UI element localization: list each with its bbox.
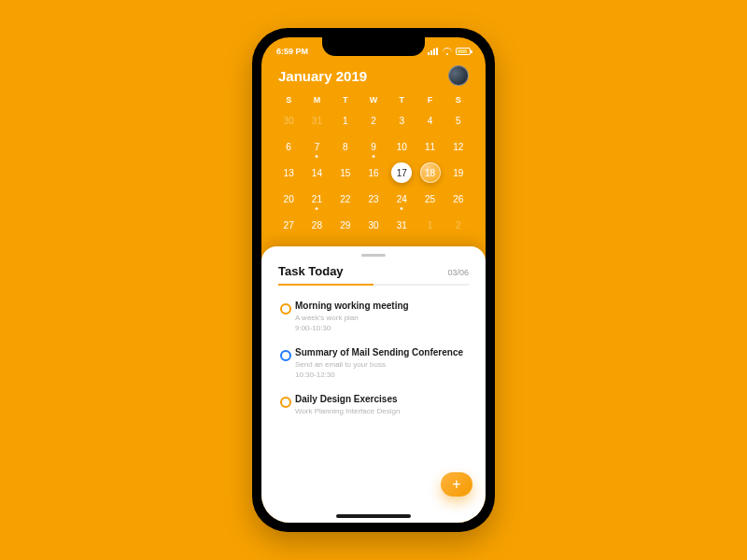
home-indicator[interactable] [336,514,411,518]
calendar-day[interactable]: 16 [359,161,388,185]
calendar-day[interactable]: 2 [359,108,388,133]
calendar-week: 20212223242526 [275,187,472,211]
screen: 6:59 PM January 2019 SMTWTFS 30311234567… [261,37,486,523]
calendar-day[interactable]: 30 [275,108,303,133]
task-title: Summary of Mail Sending Conference [295,347,469,357]
calendar-dow: S [275,95,303,105]
calendar-day[interactable]: 25 [416,187,444,211]
plus-icon: + [452,477,460,492]
calendar-dow: F [416,95,444,105]
calendar-day[interactable]: 5 [444,108,472,133]
progress-bar [278,284,469,286]
calendar-day[interactable]: 15 [331,161,359,185]
task-sheet: Task Today 03/06 Morning working meeting… [261,246,486,523]
calendar-dow: T [331,95,359,105]
page-title: January 2019 [278,68,367,84]
calendar-day[interactable]: 7 [303,134,331,159]
calendar-day[interactable]: 17 [391,162,412,183]
status-right [428,48,471,55]
calendar-dow: T [388,95,416,105]
progress-fill [278,284,374,286]
calendar-day[interactable]: 21 [303,187,331,211]
calendar: SMTWTFS 30311234567891011121314151617181… [261,86,486,237]
wifi-icon [443,48,452,55]
sheet-count: 03/06 [447,268,469,277]
calendar-day[interactable]: 31 [303,108,331,133]
avatar[interactable] [448,65,469,86]
calendar-day[interactable]: 30 [359,213,388,237]
calendar-day[interactable]: 2 [444,213,472,237]
calendar-day[interactable]: 19 [444,161,472,185]
calendar-day[interactable]: 28 [303,213,331,237]
status-time: 6:59 PM [276,47,308,56]
task-item[interactable]: Daily Design ExercisesWork Planning Inte… [278,388,469,427]
calendar-day[interactable]: 31 [388,213,416,237]
calendar-day[interactable]: 8 [331,134,359,159]
calendar-week: 303112345 [275,108,472,133]
calendar-day[interactable]: 13 [275,161,303,185]
add-task-button[interactable]: + [441,472,472,497]
calendar-week: 272829303112 [275,213,472,237]
calendar-day[interactable]: 24 [388,187,416,211]
task-subtitle: Work Planning Interface Design [295,407,469,415]
calendar-week: 6789101112 [275,134,472,159]
event-dot-icon [401,207,403,210]
event-dot-icon [316,155,318,158]
task-time: 9:00-10:30 [295,324,469,332]
task-title: Daily Design Exercises [295,394,469,404]
calendar-dow: M [303,95,331,105]
calendar-day[interactable]: 6 [275,134,303,159]
sheet-header: Task Today 03/06 [261,264,486,284]
calendar-day[interactable]: 10 [388,134,416,159]
calendar-day[interactable]: 9 [359,134,388,159]
sheet-title: Task Today [278,264,344,278]
calendar-day[interactable]: 14 [303,161,331,185]
calendar-weeks: 3031123456789101112131415161718192021222… [275,108,472,237]
calendar-day[interactable]: 18 [420,162,441,183]
signal-icon [428,48,439,55]
calendar-day[interactable]: 1 [416,213,444,237]
calendar-dow: W [359,95,388,105]
sheet-grab-handle[interactable] [361,254,386,257]
calendar-day[interactable]: 4 [416,108,444,133]
calendar-dow-row: SMTWTFS [275,95,472,105]
calendar-day[interactable]: 29 [331,213,359,237]
task-title: Morning working meeting [295,301,469,311]
calendar-day[interactable]: 11 [416,134,444,159]
calendar-day[interactable]: 3 [388,108,416,133]
calendar-day[interactable]: 22 [331,187,359,211]
task-subtitle: A week's work plan [295,314,469,322]
calendar-day[interactable]: 26 [444,187,472,211]
task-subtitle: Send an email to your boss [295,360,469,369]
task-time: 10:30-12:30 [295,371,469,379]
battery-icon [456,48,471,55]
calendar-day[interactable]: 1 [331,108,359,133]
event-dot-icon [316,207,318,210]
task-item[interactable]: Summary of Mail Sending ConferenceSend a… [278,342,469,388]
task-item[interactable]: Morning working meetingA week's work pla… [278,295,469,342]
calendar-day[interactable]: 23 [359,187,388,211]
header: January 2019 [261,60,486,86]
calendar-dow: S [444,95,472,105]
notch [322,37,425,56]
calendar-week: 13141516171819 [275,161,472,185]
phone-frame: 6:59 PM January 2019 SMTWTFS 30311234567… [252,28,495,532]
calendar-day[interactable]: 20 [275,187,303,211]
event-dot-icon [372,155,374,158]
calendar-day[interactable]: 27 [275,213,303,237]
calendar-day[interactable]: 12 [444,134,472,159]
